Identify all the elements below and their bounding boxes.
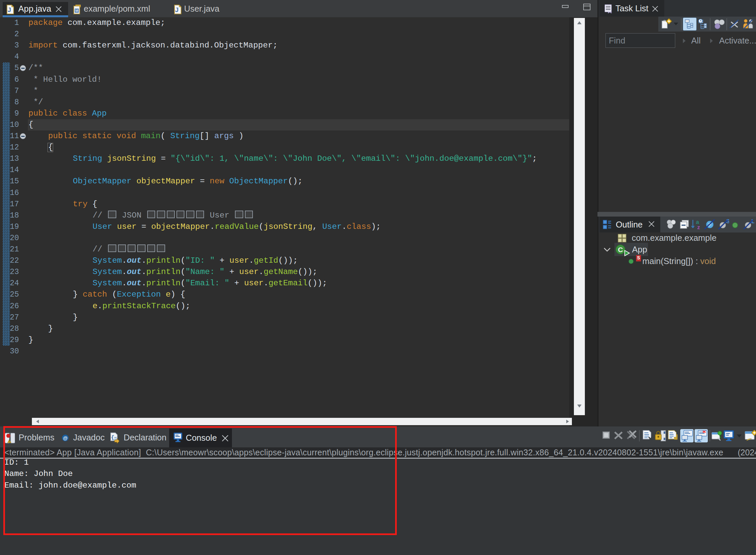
svg-text:J: J	[8, 6, 11, 13]
svg-text:C: C	[618, 246, 623, 253]
svg-text:J: J	[175, 6, 179, 13]
svg-text:z: z	[697, 224, 700, 230]
svg-text:M: M	[75, 9, 78, 13]
